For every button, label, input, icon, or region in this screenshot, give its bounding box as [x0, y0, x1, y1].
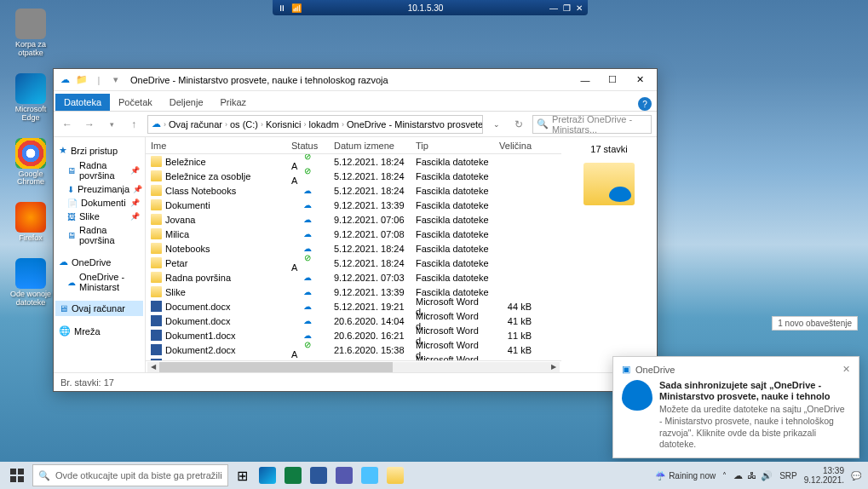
ribbon-tab[interactable]: Deljenje [161, 94, 212, 111]
taskbar-search[interactable]: 🔍 Ovde otkucajte upit da biste ga pretra… [32, 464, 228, 486]
nav-this-pc[interactable]: 🖥Ovaj računar [55, 301, 143, 316]
tray-overflow-icon[interactable]: ˄ [722, 471, 727, 480]
toast-app: OneDrive [635, 365, 675, 375]
onedrive-tray-icon[interactable]: ☁ [733, 470, 743, 481]
status-cloud-icon: ☁ [291, 186, 324, 195]
taskbar-excel[interactable] [281, 463, 305, 487]
file-row[interactable]: Notebooks ☁ 5.12.2021. 18:24 Fascikla da… [146, 241, 561, 256]
file-name: Beležnice za osoblje [165, 171, 250, 181]
app-icon [361, 467, 378, 484]
notification-badge[interactable]: 1 novo obaveštenje [772, 316, 858, 331]
breadcrumb-segment[interactable]: Ovaj računar [169, 119, 222, 129]
file-row[interactable]: Slike ☁ 9.12.2021. 13:39 Fascikla datote… [146, 285, 561, 299]
file-row[interactable]: Jovana ☁ 9.12.2021. 07:06 Fascikla datot… [146, 212, 561, 227]
system-tray: ☔Raining now ˄ ☁ 🖧 🔊 SRP 13:39 9.12.2021… [655, 466, 865, 485]
col-size[interactable]: Veličina [494, 141, 537, 151]
taskbar-edge[interactable] [256, 463, 279, 487]
maximize-button[interactable]: ☐ [599, 71, 626, 89]
minimize-icon[interactable]: — [549, 3, 558, 13]
refresh-button[interactable]: ↻ [510, 116, 527, 133]
file-status: ☁ [286, 287, 329, 296]
breadcrumb-segment[interactable]: OneDrive - Ministarstvo prosvete, nauke … [347, 119, 483, 129]
col-status[interactable]: Status [286, 141, 329, 151]
col-date[interactable]: Datum izmene [329, 141, 411, 151]
ribbon-tab[interactable]: Početak [110, 94, 161, 111]
breadcrumb-dropdown[interactable]: ⌄ [488, 116, 505, 133]
ribbon-tab[interactable]: Datoteka [55, 94, 110, 111]
remote-session-bar[interactable]: ⏸📶 10.1.5.30 —❐✕ [273, 0, 588, 15]
nav-item[interactable]: 🖥Radna površina [55, 223, 143, 247]
col-name[interactable]: Ime [146, 141, 286, 151]
nav-quick-access[interactable]: ★Brzi pristup [55, 142, 143, 158]
breadcrumb[interactable]: ☁ › Ovaj računar›os (C:)›Korisnici›lokad… [147, 115, 483, 134]
desktop-icon[interactable]: Ode wonoje datoteke [7, 258, 55, 308]
breadcrumb-segment[interactable]: Korisnici [266, 119, 302, 129]
file-row[interactable]: Dokument2.docx ⊘ A 21.6.2020. 15:38 Micr… [146, 342, 561, 357]
recent-dropdown[interactable]: ▾ [103, 116, 120, 133]
forward-button[interactable]: → [81, 116, 98, 133]
restore-icon[interactable]: ❐ [563, 3, 571, 13]
desktop-icon[interactable]: Firefox [7, 202, 55, 243]
taskbar-word[interactable] [307, 463, 331, 487]
search-placeholder: Pretraži OneDrive - Ministars... [552, 114, 647, 135]
toast-message: Možete da uredite datoteke na sajtu „One… [659, 404, 850, 451]
scroll-thumb[interactable] [159, 362, 393, 372]
breadcrumb-segment[interactable]: lokadm [309, 119, 339, 129]
remote-ip: 10.1.5.30 [408, 3, 444, 13]
file-row[interactable]: Beležnice ⊘ A 5.12.2021. 18:24 Fascikla … [146, 154, 561, 169]
file-row[interactable]: Dokument.docx ☁ 20.6.2020. 14:04 Microso… [146, 314, 561, 328]
nav-onedrive[interactable]: ☁OneDrive [55, 254, 143, 270]
minimize-button[interactable]: — [572, 71, 599, 89]
desktop-icon[interactable]: Korpa za otpatke [7, 9, 55, 58]
weather-widget[interactable]: ☔Raining now [655, 471, 716, 480]
breadcrumb-segment[interactable]: os (C:) [230, 119, 258, 129]
nav-item[interactable]: 🖥Radna površina📌 [55, 158, 143, 182]
file-row[interactable]: Radna površina ☁ 9.12.2021. 07:03 Fascik… [146, 270, 561, 285]
file-date: 5.12.2021. 18:24 [329, 171, 411, 181]
back-button[interactable]: ← [59, 116, 76, 133]
file-row[interactable]: Dokument1.docx ☁ 20.6.2020. 16:21 Micros… [146, 328, 561, 342]
task-view-button[interactable]: ⊞ [230, 463, 254, 487]
file-row[interactable]: Document.docx ☁ 5.12.2021. 19:21 Microso… [146, 299, 561, 314]
language-indicator[interactable]: SRP [779, 471, 797, 480]
taskbar-teams[interactable] [332, 463, 356, 487]
pin-icon[interactable]: ⏸ [278, 3, 286, 13]
scroll-right-icon[interactable]: ▶ [548, 362, 560, 372]
status-text: Br. stavki: 17 [60, 377, 114, 388]
ribbon-tab[interactable]: Prikaz [212, 94, 256, 111]
desktop-icon[interactable]: Google Chrome [7, 138, 55, 187]
nav-onedrive-item[interactable]: ☁OneDrive - Ministarst [55, 270, 143, 294]
action-center-button[interactable]: 💬 [851, 471, 861, 480]
scroll-left-icon[interactable]: ◀ [147, 362, 159, 372]
desktop-icon[interactable]: Microsoft Edge [7, 73, 55, 123]
horizontal-scrollbar[interactable]: ◀ ▶ [146, 360, 561, 372]
volume-tray-icon[interactable]: 🔊 [761, 470, 773, 481]
file-row[interactable]: Milica ☁ 9.12.2021. 07:08 Fascikla datot… [146, 227, 561, 241]
nav-network[interactable]: 🌐Mreža [55, 323, 143, 339]
col-type[interactable]: Tip [411, 141, 494, 151]
close-icon[interactable]: ✕ [842, 364, 850, 375]
notification-toast[interactable]: ▣ OneDrive ✕ Sada sinhronizujete sajt „O… [612, 356, 859, 458]
qat-dropdown-icon[interactable]: ▾ [108, 72, 124, 88]
nav-item[interactable]: 🖼Slike📌 [55, 210, 143, 223]
taskbar-explorer[interactable] [383, 463, 407, 487]
file-row[interactable]: Class Notebooks ☁ 5.12.2021. 18:24 Fasci… [146, 183, 561, 198]
search-input[interactable]: 🔍 Pretraži OneDrive - Ministars... [532, 115, 652, 134]
file-row[interactable]: Dokumenti ☁ 9.12.2021. 13:39 Fascikla da… [146, 198, 561, 212]
taskbar-app1[interactable] [358, 463, 382, 487]
network-tray-icon[interactable]: 🖧 [747, 470, 756, 481]
help-button[interactable]: ? [638, 97, 652, 111]
clock[interactable]: 13:39 9.12.2021. [804, 466, 844, 485]
up-button[interactable]: ↑ [125, 116, 142, 133]
close-icon[interactable]: ✕ [576, 3, 583, 13]
start-button[interactable] [3, 463, 31, 487]
nav-item[interactable]: ⬇Preuzimanja📌 [55, 182, 143, 196]
desktop-icons: Korpa za otpatkeMicrosoft EdgeGoogle Chr… [7, 9, 55, 308]
close-button[interactable]: ✕ [626, 71, 653, 89]
file-row[interactable]: Petar ⊘ A 5.12.2021. 18:24 Fascikla dato… [146, 256, 561, 270]
file-row[interactable]: Beležnice za osoblje ⊘ A 5.12.2021. 18:2… [146, 169, 561, 183]
titlebar[interactable]: ☁ 📁 | ▾ OneDrive - Ministarstvo prosvete… [54, 69, 657, 91]
window-title: OneDrive - Ministarstvo prosvete, nauke … [130, 75, 572, 85]
docx-icon [151, 315, 162, 326]
nav-item[interactable]: 📄Dokumenti📌 [55, 196, 143, 210]
